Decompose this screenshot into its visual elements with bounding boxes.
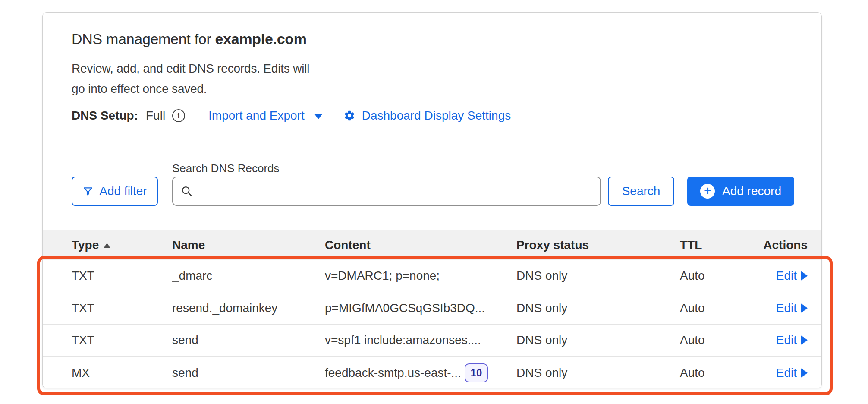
cell-name: send — [172, 366, 325, 380]
page-description: Review, add, and edit DNS records. Edits… — [72, 58, 309, 99]
column-header-type-label: Type — [72, 238, 99, 252]
dns-management-card: DNS management for example.com Review, a… — [42, 12, 822, 388]
table-row: TXT resend._domainkey p=MIGfMA0GCSqGSIb3… — [43, 292, 821, 325]
content-text: feedback-smtp.us-east-... — [325, 366, 461, 380]
caret-right-icon — [801, 303, 808, 313]
info-icon[interactable]: i — [172, 109, 185, 122]
search-icon — [181, 185, 193, 197]
dns-setup-label: DNS Setup: — [72, 109, 138, 123]
cell-type: TXT — [72, 333, 172, 347]
dns-setup-row: DNS Setup: Full i Import and Export Dash… — [72, 107, 511, 125]
edit-label: Edit — [776, 301, 797, 315]
edit-record-button[interactable]: Edit — [776, 269, 808, 283]
chevron-down-icon — [314, 114, 323, 119]
dashboard-display-settings-label: Dashboard Display Settings — [362, 109, 511, 123]
content-text: v=spf1 include:amazonses.... — [325, 333, 481, 347]
description-line-2: go into effect once saved. — [72, 79, 309, 99]
edit-record-button[interactable]: Edit — [776, 366, 808, 380]
add-filter-label: Add filter — [99, 184, 147, 198]
search-box — [172, 177, 601, 206]
column-header-type[interactable]: Type — [72, 238, 172, 252]
content-text: v=DMARC1; p=none; — [325, 269, 440, 283]
cell-content: v=DMARC1; p=none; — [325, 269, 516, 283]
edit-label: Edit — [776, 333, 797, 347]
table-row: TXT send v=spf1 include:amazonses.... DN… — [43, 325, 821, 357]
search-input[interactable] — [197, 179, 600, 204]
cell-name: send — [172, 333, 325, 347]
sort-ascending-icon — [104, 243, 110, 248]
cell-type: TXT — [72, 301, 172, 315]
cell-actions: Edit — [761, 333, 808, 347]
caret-right-icon — [801, 368, 808, 378]
column-header-content[interactable]: Content — [325, 238, 516, 252]
page-title-prefix: DNS management for — [72, 31, 215, 47]
dns-setup-value: Full — [146, 109, 165, 123]
cell-ttl: Auto — [680, 269, 761, 283]
filter-icon — [82, 186, 94, 197]
column-header-ttl[interactable]: TTL — [680, 238, 761, 252]
table-header: Type Name Content Proxy status TTL Actio… — [43, 230, 821, 260]
search-button[interactable]: Search — [608, 177, 674, 206]
cell-name: resend._domainkey — [172, 301, 325, 315]
table-row: MX send feedback-smtp.us-east-... 10 DNS… — [43, 357, 821, 388]
cell-actions: Edit — [761, 301, 808, 315]
cell-type: MX — [72, 366, 172, 380]
description-line-1: Review, add, and edit DNS records. Edits… — [72, 58, 309, 79]
cell-ttl: Auto — [680, 366, 761, 380]
column-header-name[interactable]: Name — [172, 238, 325, 252]
cell-type: TXT — [72, 269, 172, 283]
edit-record-button[interactable]: Edit — [776, 301, 808, 315]
cell-actions: Edit — [761, 269, 808, 283]
plus-icon: + — [700, 184, 715, 199]
column-header-proxy-status[interactable]: Proxy status — [516, 238, 680, 252]
caret-right-icon — [801, 335, 808, 345]
content-text: p=MIGfMA0GCSqGSIb3DQ... — [325, 301, 485, 315]
cell-ttl: Auto — [680, 333, 761, 347]
table-row: TXT _dmarc v=DMARC1; p=none; DNS only Au… — [43, 260, 821, 292]
search-controls: Add filter Search + Add record — [43, 177, 821, 206]
dashboard-display-settings-link[interactable]: Dashboard Display Settings — [343, 109, 511, 123]
cell-content: feedback-smtp.us-east-... 10 — [325, 363, 516, 382]
domain-name: example.com — [215, 31, 307, 47]
import-export-link[interactable]: Import and Export — [208, 109, 323, 123]
cell-name: _dmarc — [172, 269, 325, 283]
cell-content: v=spf1 include:amazonses.... — [325, 333, 516, 347]
column-header-actions: Actions — [761, 238, 808, 252]
page-title: DNS management for example.com — [72, 31, 307, 47]
cell-actions: Edit — [761, 366, 808, 380]
cell-ttl: Auto — [680, 301, 761, 315]
gear-icon — [343, 110, 355, 122]
cell-proxy-status: DNS only — [516, 269, 680, 283]
cell-proxy-status: DNS only — [516, 301, 680, 315]
add-filter-button[interactable]: Add filter — [72, 177, 158, 206]
dns-records-table: TXT _dmarc v=DMARC1; p=none; DNS only Au… — [43, 260, 821, 388]
search-dns-records-label: Search DNS Records — [172, 162, 280, 175]
edit-record-button[interactable]: Edit — [776, 333, 808, 347]
mx-priority-badge: 10 — [465, 363, 488, 382]
edit-label: Edit — [776, 269, 797, 283]
add-record-label: Add record — [722, 184, 781, 198]
edit-label: Edit — [776, 366, 797, 380]
cell-content: p=MIGfMA0GCSqGSIb3DQ... — [325, 301, 516, 315]
cell-proxy-status: DNS only — [516, 333, 680, 347]
add-record-button[interactable]: + Add record — [687, 177, 794, 206]
cell-proxy-status: DNS only — [516, 366, 680, 380]
import-export-label: Import and Export — [208, 109, 305, 123]
caret-right-icon — [801, 271, 808, 281]
search-button-label: Search — [622, 184, 660, 198]
